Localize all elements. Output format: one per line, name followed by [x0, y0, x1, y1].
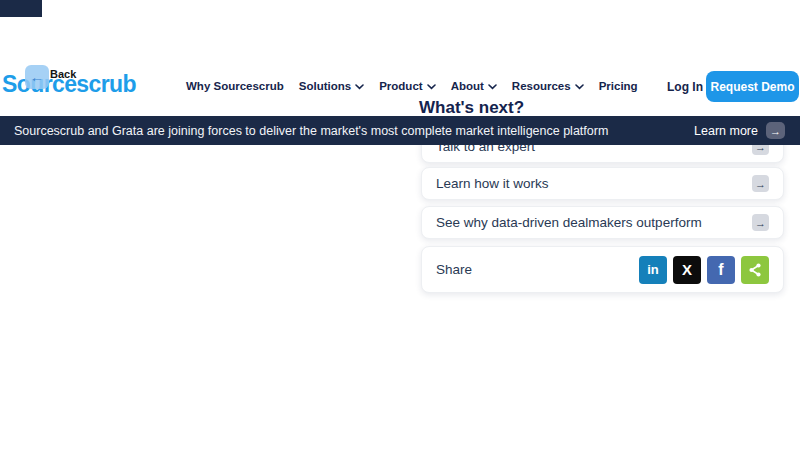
- x-twitter-icon: X: [682, 261, 692, 278]
- nav-label: Resources: [512, 80, 571, 92]
- main-nav: Why Sourcescrub Solutions Product About …: [186, 80, 638, 92]
- back-tooltip-label: Back: [50, 68, 76, 80]
- list-item-how-it-works[interactable]: Learn how it works →: [421, 167, 784, 200]
- request-demo-button[interactable]: Request Demo: [706, 71, 799, 102]
- announcement-banner: Sourcescrub and Grata are joining forces…: [0, 116, 800, 145]
- list-item-label: See why data-driven dealmakers outperfor…: [436, 215, 702, 230]
- nav-label: Solutions: [299, 80, 351, 92]
- announcement-text: Sourcescrub and Grata are joining forces…: [14, 124, 608, 138]
- sharethis-share-button[interactable]: [741, 256, 769, 284]
- arrow-right-icon[interactable]: →: [766, 122, 785, 139]
- nav-item-resources[interactable]: Resources: [512, 80, 584, 92]
- chevron-down-icon: [488, 84, 497, 90]
- x-twitter-share-button[interactable]: X: [673, 256, 701, 284]
- nav-item-solutions[interactable]: Solutions: [299, 80, 364, 92]
- nav-label: Pricing: [599, 80, 638, 92]
- top-left-banner-fragment: [0, 0, 42, 17]
- chevron-down-icon: [355, 84, 364, 90]
- linkedin-share-button[interactable]: in: [639, 256, 667, 284]
- nav-label: About: [451, 80, 484, 92]
- list-item-dealmakers[interactable]: See why data-driven dealmakers outperfor…: [421, 206, 784, 239]
- share-label: Share: [436, 262, 472, 277]
- chevron-down-icon: [575, 84, 584, 90]
- nav-item-product[interactable]: Product: [379, 80, 435, 92]
- nav-item-why-sourcescrub[interactable]: Why Sourcescrub: [186, 80, 284, 92]
- login-link[interactable]: Log In: [667, 80, 703, 94]
- back-arrow-icon: ←: [30, 69, 44, 85]
- share-row: Share in X f: [421, 246, 784, 293]
- browser-back-button[interactable]: ←: [25, 65, 49, 89]
- nav-label: Product: [379, 80, 422, 92]
- learn-more-link[interactable]: Learn more: [694, 124, 758, 138]
- facebook-icon: f: [718, 261, 723, 279]
- list-item-label: Learn how it works: [436, 176, 549, 191]
- linkedin-icon: in: [647, 262, 659, 277]
- nav-item-about[interactable]: About: [451, 80, 497, 92]
- chevron-down-icon: [427, 84, 436, 90]
- arrow-right-icon[interactable]: →: [752, 175, 769, 192]
- share-nodes-icon: [747, 262, 763, 278]
- arrow-right-icon[interactable]: →: [752, 214, 769, 231]
- facebook-share-button[interactable]: f: [707, 256, 735, 284]
- nav-label: Why Sourcescrub: [186, 80, 284, 92]
- nav-item-pricing[interactable]: Pricing: [599, 80, 638, 92]
- whats-next-heading: What's next?: [419, 98, 524, 118]
